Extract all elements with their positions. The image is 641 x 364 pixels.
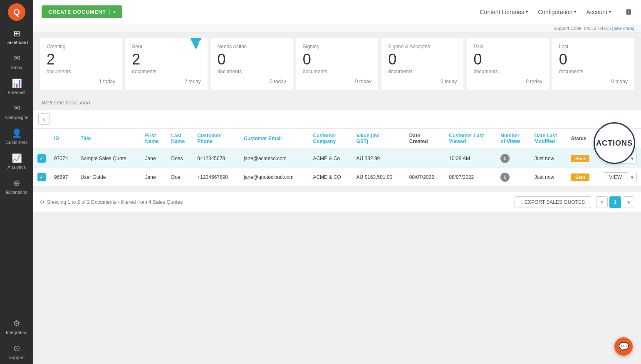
th-customer-phone[interactable]: CustomerPhone [193,129,240,149]
stat-card-paid[interactable]: Paid 0 documents 0 today [467,38,549,90]
stat-docs: documents [218,69,286,74]
sidebar-item-customers[interactable]: 👤 Customers [0,124,33,149]
actions-circle-button[interactable]: ACTIONS [594,122,635,164]
status-badge-2: Sent [571,173,589,181]
gear-icon: ⚙ [40,199,45,205]
td-last-modified: Just now [530,149,567,168]
stat-docs: documents [303,69,371,74]
stat-number: 0 [473,52,542,67]
forecast-icon: 📊 [12,78,22,88]
stat-docs: documents [559,69,628,74]
table-container: ID Title FirstName LastName CustomerPhon… [33,129,641,187]
th-id[interactable]: ID [50,129,77,149]
sidebar-item-analytics[interactable]: 📈 Analytics [0,149,33,174]
content-area: Support Code: 04312-64255 [new code] Cre… [33,24,641,364]
trash-icon[interactable]: 🗑 [625,7,633,16]
customers-icon: 👤 [12,128,22,138]
topbar-nav: Content Libraries ▾ Configuration ▾ Acco… [480,7,633,16]
footer-info-text: Showing 1 to 2 of 2 Documents - filtered… [47,199,183,205]
analytics-icon: 📈 [12,153,22,163]
sidebar-item-label: Extentions [6,190,27,195]
pagination-last-button[interactable]: » [623,196,634,208]
td-checkbox[interactable]: ✓ [33,149,50,168]
dashboard-icon: ⊞ [13,28,20,38]
td-status: Sent [567,168,599,187]
pagination: « 1 » [596,196,634,208]
sidebar-item-label: Forecast [8,90,26,95]
view-main-btn-2[interactable]: VIEW [603,172,628,182]
th-first-name[interactable]: FirstName [141,129,167,149]
nav-configuration[interactable]: Configuration ▾ [538,9,576,15]
table-prev-button[interactable]: ‹ [38,113,50,125]
th-customer-email[interactable]: Customer Email [240,129,309,149]
stat-card-lost[interactable]: Lost 0 documents 0 today [552,38,634,90]
sidebar-item-label: Integration [6,330,27,335]
td-views: 0 [496,168,530,187]
sidebar-item-campaigns[interactable]: ✉ Campaigns [0,99,33,124]
logo[interactable]: Q [0,0,33,24]
td-company: ACME & CO [309,168,352,187]
welcome-message: Welcome back John. [33,95,641,110]
stat-number: 2 [132,52,200,67]
td-date-created [405,149,445,168]
row-checkbox-1[interactable]: ✓ [37,154,46,163]
td-email: jane@quotecloud.com [240,168,309,187]
export-sales-quotes-button[interactable]: ↓ EXPORT SALES QUOTES [515,196,591,208]
th-last-name[interactable]: LastName [167,129,193,149]
topbar: CREATE DOCUMENT ▾ Content Libraries ▾ Co… [33,0,641,24]
td-view-btn: VIEW ▾ [599,168,641,187]
view-dd-btn-2[interactable]: ▾ [628,173,637,182]
row-checkbox-2[interactable]: ✓ [37,173,46,181]
pagination-page-1-button[interactable]: 1 [609,196,621,208]
stat-today: 2 today [132,79,200,84]
stat-label: Needs Action [218,44,286,50]
logo-circle: Q [8,3,25,21]
td-checkbox[interactable]: ✓ [33,168,50,187]
stat-label: Signed & Accepted [388,44,457,50]
stat-card-signed-accepted[interactable]: Signed & Accepted 0 documents 0 today [381,38,463,90]
stat-card-needs-action[interactable]: Needs Action 0 documents 0 today [211,38,293,90]
sidebar-item-extentions[interactable]: ⊕ Extentions [0,174,33,199]
th-title[interactable]: Title [77,129,141,149]
table-row: ✓ 97074 Sample Sales Quote Jane Does 041… [33,149,641,168]
td-first-name: Jane [141,168,167,187]
footer-info: ⚙ Showing 1 to 2 of 2 Documents - filter… [40,199,183,205]
create-document-button[interactable]: CREATE DOCUMENT ▾ [42,5,122,18]
th-date-last-modified[interactable]: Date LastModified [530,129,567,149]
sidebar-item-support[interactable]: ⊙ Support [0,339,33,364]
th-number-of-views[interactable]: Numberof Views [496,129,530,149]
pagination-first-button[interactable]: « [596,196,608,208]
stat-card-creating[interactable]: Creating 2 documents 1 today [40,38,122,90]
th-customer-company[interactable]: CustomerCompany [309,129,352,149]
td-status: Sent [567,149,599,168]
create-btn-dropdown-arrow: ▾ [109,9,116,15]
td-phone: +1234567890 [193,168,240,187]
views-badge-2: 0 [500,173,510,182]
support-chat-button[interactable]: 💬 [614,337,633,356]
views-badge: 0 [500,154,510,163]
th-customer-last-viewed[interactable]: Customer LastViewed [445,129,496,149]
support-icon: ⊙ [13,343,20,353]
main-content: CREATE DOCUMENT ▾ Content Libraries ▾ Co… [33,0,641,364]
sidebar-item-label: Analytics [7,165,26,170]
chat-icon: 💬 [619,342,629,352]
sidebar-item-dashboard[interactable]: ⊞ Dashboard [0,24,33,49]
td-last-modified: Just now [530,168,567,187]
sidebar-item-inbox[interactable]: ✉ Inbox [0,49,33,74]
td-last-name: Doe [167,168,193,187]
stat-card-sent[interactable]: Sent 2 documents 2 today ✓ [125,38,207,90]
nav-account[interactable]: Account ▾ [586,9,611,15]
support-new-code-link[interactable]: [new code] [612,26,634,31]
stat-card-signing[interactable]: Signing 0 documents 0 today [296,38,378,90]
support-bar: Support Code: 04312-64255 [new code] [33,24,641,33]
inbox-icon: ✉ [13,53,20,63]
sidebar-item-integration[interactable]: ⚙ Integration [0,314,33,339]
td-company: ACME & Co [309,149,352,168]
nav-content-libraries[interactable]: Content Libraries ▾ [480,9,528,15]
sidebar-item-forecast[interactable]: 📊 Forecast [0,74,33,99]
th-value[interactable]: Value (incGST) [352,129,405,149]
td-first-name: Jane [141,149,167,168]
stat-number: 0 [303,52,371,67]
integration-icon: ⚙ [13,318,20,328]
extentions-icon: ⊕ [13,178,20,188]
